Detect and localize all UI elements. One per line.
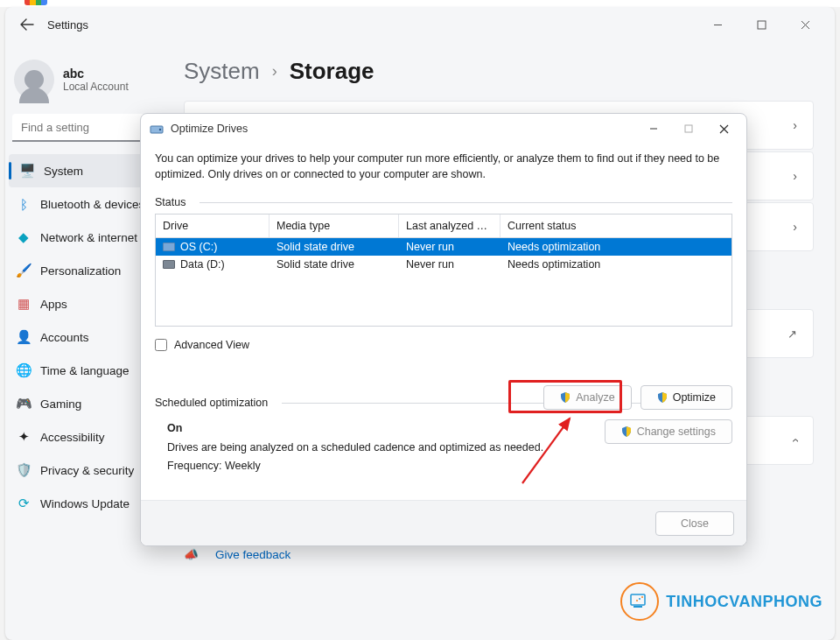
windows-update-icon: ⟳: [16, 496, 32, 511]
watermark: TINHOCVANPHONG: [620, 582, 822, 621]
close-icon: [801, 20, 810, 30]
gaming-icon: 🎮: [16, 396, 32, 411]
chevron-right-icon: ›: [272, 62, 277, 81]
dialog-close-button[interactable]: [706, 116, 741, 141]
dialog-minimize-button[interactable]: [636, 116, 671, 141]
last-analyzed: Never run: [399, 238, 500, 256]
minimize-icon: [713, 20, 723, 30]
drive-icon: [163, 243, 175, 251]
feedback-icon: 📣: [184, 547, 201, 561]
shield-icon: [657, 392, 668, 403]
maximize-button[interactable]: [747, 12, 775, 37]
svg-rect-8: [634, 606, 642, 608]
advanced-view-checkbox[interactable]: [155, 339, 167, 351]
sidebar-item-label: Network & internet: [40, 231, 137, 244]
accessibility-icon: ✦: [16, 429, 32, 445]
table-row[interactable]: OS (C:)Solid state driveNever runNeeds o…: [156, 238, 732, 256]
sidebar-item-label: Time & language: [40, 364, 130, 377]
svg-rect-5: [685, 125, 692, 132]
svg-rect-1: [758, 21, 766, 29]
sidebar: abc Local Account 🖥️SystemᛒBluetooth & d…: [5, 42, 163, 640]
sidebar-item-label: Windows Update: [40, 497, 130, 510]
window-title: Settings: [47, 18, 88, 32]
settings-titlebar: Settings: [5, 7, 835, 42]
status-label: Status: [155, 196, 186, 208]
shield-icon: [560, 392, 570, 403]
sidebar-item-privacy-security[interactable]: 🛡️Privacy & security: [5, 454, 163, 487]
minimize-button[interactable]: [704, 12, 732, 37]
table-row[interactable]: Data (D:)Solid state driveNever runNeeds…: [156, 256, 732, 273]
breadcrumb: System › Storage: [184, 58, 814, 85]
col-status[interactable]: Current status: [500, 215, 732, 237]
sidebar-item-bluetooth-devices[interactable]: ᛒBluetooth & devices: [5, 187, 163, 221]
sidebar-item-network-internet[interactable]: ◆Network & internet: [5, 221, 163, 254]
sidebar-item-time-language[interactable]: 🌐Time & language: [5, 354, 163, 387]
media-type: Solid state drive: [270, 256, 399, 273]
sidebar-item-label: Privacy & security: [40, 464, 134, 477]
breadcrumb-parent[interactable]: System: [184, 58, 260, 85]
maximize-icon: [684, 124, 693, 133]
sidebar-item-accounts[interactable]: 👤Accounts: [5, 320, 163, 354]
drive-name: OS (C:): [180, 241, 217, 253]
svg-point-10: [639, 598, 640, 600]
dialog-intro-text: You can optimize your drives to help you…: [155, 151, 732, 182]
accounts-icon: 👤: [16, 329, 32, 345]
drive-icon: [163, 260, 175, 269]
system-icon: 🖥️: [19, 163, 35, 179]
user-subtitle: Local Account: [63, 81, 129, 93]
drives-table: Drive Media type Last analyzed or o... C…: [155, 214, 732, 327]
user-name: abc: [63, 67, 129, 81]
browser-tab-peek: [24, 0, 47, 5]
chevron-right-icon: ›: [793, 220, 797, 234]
chevron-up-icon: ›: [788, 439, 802, 443]
sidebar-item-apps[interactable]: ▦Apps: [5, 287, 163, 320]
svg-rect-7: [631, 594, 645, 605]
col-last[interactable]: Last analyzed or o...: [399, 215, 500, 237]
time-language-icon: 🌐: [16, 362, 32, 378]
close-button[interactable]: Close: [655, 511, 734, 536]
breadcrumb-current: Storage: [290, 58, 374, 85]
search-input[interactable]: [12, 114, 156, 142]
minimize-icon: [649, 124, 658, 133]
table-header: Drive Media type Last analyzed or o... C…: [156, 215, 732, 238]
personalization-icon: 🖌️: [16, 263, 32, 278]
watermark-logo-icon: [620, 582, 659, 621]
close-window-button[interactable]: [791, 12, 819, 37]
current-status: Needs optimization: [500, 256, 732, 273]
optimize-button[interactable]: Optimize: [640, 385, 732, 410]
scheduled-text: On Drives are being analyzed on a schedu…: [167, 419, 543, 475]
give-feedback-link[interactable]: 📣 Give feedback: [184, 547, 814, 561]
scheduled-label: Scheduled optimization: [155, 397, 268, 409]
drive-icon: [150, 122, 164, 136]
optimize-drives-dialog: Optimize Drives You can optimize your dr…: [140, 113, 747, 546]
sidebar-item-label: Personalization: [40, 264, 121, 278]
change-settings-button[interactable]: Change settings: [605, 419, 732, 444]
sidebar-item-label: Apps: [40, 298, 67, 311]
svg-point-9: [641, 596, 643, 598]
sidebar-item-gaming[interactable]: 🎮Gaming: [5, 387, 163, 420]
advanced-view-label[interactable]: Advanced View: [174, 339, 249, 351]
user-block[interactable]: abc Local Account: [5, 53, 163, 114]
svg-point-3: [159, 129, 161, 130]
current-status: Needs optimization: [500, 238, 732, 256]
dialog-maximize-button[interactable]: [671, 116, 706, 141]
bluetooth-devices-icon: ᛒ: [16, 196, 32, 212]
dialog-title: Optimize Drives: [171, 123, 248, 135]
chevron-right-icon: ›: [793, 118, 797, 132]
svg-point-11: [636, 600, 638, 601]
analyze-button[interactable]: Analyze: [543, 385, 631, 410]
sidebar-item-windows-update[interactable]: ⟳Windows Update: [5, 487, 163, 520]
apps-icon: ▦: [16, 296, 32, 312]
last-analyzed: Never run: [399, 256, 500, 273]
sidebar-item-system[interactable]: 🖥️System: [9, 154, 159, 187]
sidebar-item-label: Accounts: [40, 331, 89, 344]
sidebar-item-label: System: [44, 165, 83, 178]
network-internet-icon: ◆: [16, 229, 32, 245]
arrow-left-icon: [20, 18, 34, 32]
back-button[interactable]: [12, 10, 42, 39]
col-drive[interactable]: Drive: [156, 215, 270, 237]
sidebar-item-accessibility[interactable]: ✦Accessibility: [5, 420, 163, 454]
shield-icon: [621, 426, 632, 437]
col-media[interactable]: Media type: [270, 215, 399, 237]
sidebar-item-personalization[interactable]: 🖌️Personalization: [5, 254, 163, 287]
